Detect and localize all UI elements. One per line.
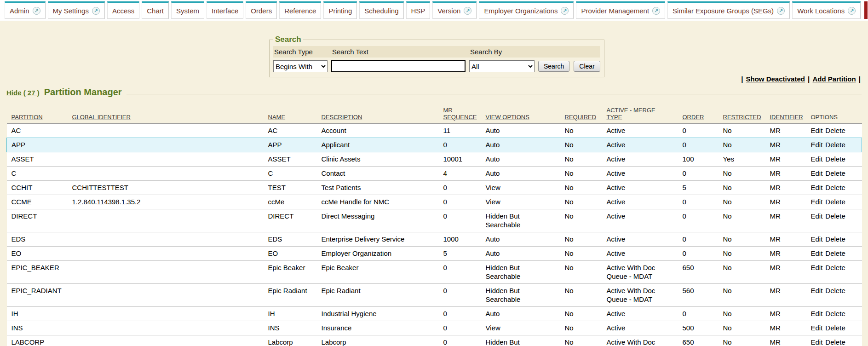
column-header-identifier[interactable]: IDENTIFIER	[765, 103, 806, 123]
delete-link[interactable]: Delete	[825, 310, 845, 317]
open-new-window-icon[interactable]	[464, 7, 471, 15]
nav-tab-hsp[interactable]: HSP	[406, 1, 431, 19]
cell-name: Labcorp	[264, 335, 317, 346]
cell-description: Enterprise Delivery Service	[317, 232, 439, 246]
column-header-restricted[interactable]: RESTRICTED	[719, 103, 765, 123]
delete-link[interactable]: Delete	[825, 235, 845, 243]
cell-options: EditDelete	[806, 306, 862, 321]
table-row-epic-beaker[interactable]: EPIC_BEAKEREpic BeakerEpic Beaker0Hidden…	[7, 260, 862, 283]
table-row-c[interactable]: CCContact4AutoNoActive0NoMREditDelete	[7, 166, 862, 180]
edit-link[interactable]: Edit	[811, 184, 823, 191]
cell-name: EDS	[264, 232, 317, 246]
delete-link[interactable]: Delete	[825, 155, 845, 163]
search-text-input[interactable]	[331, 60, 466, 72]
nav-tab-work-locations[interactable]: Work Locations	[792, 1, 861, 19]
delete-link[interactable]: Delete	[825, 324, 845, 332]
delete-link[interactable]: Delete	[825, 127, 845, 134]
edit-link[interactable]: Edit	[811, 127, 823, 134]
delete-link[interactable]: Delete	[825, 264, 845, 271]
open-new-window-icon[interactable]	[652, 7, 660, 15]
nav-tab-scheduling[interactable]: Scheduling	[359, 1, 403, 19]
delete-link[interactable]: Delete	[825, 338, 845, 346]
edit-link[interactable]: Edit	[811, 310, 823, 317]
search-by-select[interactable]: All	[469, 60, 535, 72]
add-partition-link[interactable]: Add Partition	[812, 75, 856, 83]
edit-link[interactable]: Edit	[811, 141, 823, 149]
cell-order: 0	[678, 166, 719, 180]
table-row-eo[interactable]: EOEOEmployer Organization5AutoNoActive0N…	[7, 246, 862, 260]
cell-partition: IH	[7, 306, 68, 321]
cell-options: EditDelete	[806, 180, 862, 195]
table-row-ccme[interactable]: CCME1.2.840.114398.1.35.2ccMeccMe Handle…	[7, 195, 862, 209]
cell-name: Epic Beaker	[264, 260, 317, 283]
cell-identifier: MR	[765, 321, 806, 335]
table-row-epic-radiant[interactable]: EPIC_RADIANTEpic RadiantEpic Radiant0Hid…	[7, 283, 862, 306]
edit-link[interactable]: Edit	[811, 324, 823, 332]
edit-link[interactable]: Edit	[811, 198, 823, 206]
table-row-asset[interactable]: ASSETASSETClinic Assets10001AutoNoActive…	[7, 152, 862, 166]
edit-link[interactable]: Edit	[811, 212, 823, 220]
nav-tab-orders[interactable]: Orders	[246, 1, 277, 19]
hide-link[interactable]: Hide ( 27 )	[6, 89, 40, 97]
delete-link[interactable]: Delete	[825, 169, 845, 177]
table-row-ins[interactable]: INSINSInsurance0ViewNoActive500NoMREditD…	[7, 321, 862, 335]
open-new-window-icon[interactable]	[33, 7, 40, 15]
nav-tab-version[interactable]: Version	[432, 1, 477, 19]
search-button[interactable]: Search	[538, 61, 569, 72]
nav-tab-label: Printing	[328, 7, 352, 15]
edit-link[interactable]: Edit	[811, 287, 823, 294]
edit-link[interactable]: Edit	[811, 155, 823, 163]
column-header-partition[interactable]: PARTITION	[7, 103, 68, 123]
nav-tab-employer-organizations[interactable]: Employer Organizations	[479, 1, 574, 19]
nav-tab-reference[interactable]: Reference	[279, 1, 321, 19]
cell-description: Insurance	[317, 321, 439, 335]
column-header-mr-sequence[interactable]: MR SEQUENCE	[439, 103, 481, 123]
cell-view-options: Auto	[481, 306, 560, 321]
delete-link[interactable]: Delete	[825, 212, 845, 220]
delete-link[interactable]: Delete	[825, 198, 845, 206]
delete-link[interactable]: Delete	[825, 141, 845, 149]
search-type-select[interactable]: Begins With	[273, 60, 328, 72]
open-new-window-icon[interactable]	[92, 7, 100, 15]
edit-link[interactable]: Edit	[811, 235, 823, 243]
edit-link[interactable]: Edit	[811, 338, 823, 346]
clear-button[interactable]: Clear	[574, 61, 600, 72]
table-row-ac[interactable]: ACACAccount11AutoNoActive0NoMREditDelete	[7, 123, 862, 138]
nav-tab-provider-management[interactable]: Provider Management	[576, 1, 665, 19]
nav-tab-access[interactable]: Access	[107, 1, 139, 19]
column-header-description[interactable]: DESCRIPTION	[317, 103, 439, 123]
nav-tab-my-settings[interactable]: My Settings	[48, 1, 105, 19]
table-row-direct[interactable]: DIRECTDIRECTDirect Messaging0Hidden But …	[7, 209, 862, 232]
open-new-window-icon[interactable]	[777, 7, 785, 15]
cell-partition: CCME	[7, 195, 68, 209]
table-row-labcorp[interactable]: LABCORPLabcorpLabcorp0Hidden But Searcha…	[7, 335, 862, 346]
column-header-required[interactable]: REQUIRED	[560, 103, 602, 123]
column-header-view-options[interactable]: VIEW OPTIONS	[481, 103, 560, 123]
nav-tab-printing[interactable]: Printing	[323, 1, 357, 19]
column-header-global-identifier[interactable]: GLOBAL IDENTIFIER	[68, 103, 264, 123]
nav-tab-admin[interactable]: Admin	[5, 1, 46, 19]
show-deactivated-link[interactable]: Show Deactivated	[746, 75, 805, 83]
column-header-active-merge-type[interactable]: ACTIVE - MERGE TYPE	[602, 103, 678, 123]
table-row-app[interactable]: APPAPPApplicant0AutoNoActive0NoMREditDel…	[7, 138, 862, 152]
edit-link[interactable]: Edit	[811, 249, 823, 257]
nav-tab-chart[interactable]: Chart	[142, 1, 169, 19]
nav-tab-system[interactable]: System	[171, 1, 204, 19]
cell-global-identifier: 1.2.840.114398.1.35.2	[68, 195, 264, 209]
delete-link[interactable]: Delete	[825, 249, 845, 257]
table-row-cchit[interactable]: CCHITCCHITTESTTESTTESTTest Patients0View…	[7, 180, 862, 195]
edit-link[interactable]: Edit	[811, 264, 823, 271]
column-header-order[interactable]: ORDER	[678, 103, 719, 123]
open-new-window-icon[interactable]	[848, 7, 856, 15]
open-new-window-icon[interactable]	[561, 7, 569, 15]
nav-tab-interface[interactable]: Interface	[207, 1, 243, 19]
delete-link[interactable]: Delete	[825, 184, 845, 191]
nav-tab-similar-exposure-groups-segs[interactable]: Similar Exposure Groups (SEGs)	[667, 1, 790, 19]
table-row-ih[interactable]: IHIHIndustrial Hygiene0AutoNoActive0NoMR…	[7, 306, 862, 321]
cell-options: EditDelete	[806, 283, 862, 306]
cell-mr-sequence: 0	[439, 209, 481, 232]
column-header-name[interactable]: NAME	[264, 103, 317, 123]
edit-link[interactable]: Edit	[811, 169, 823, 177]
table-row-eds[interactable]: EDSEDSEnterprise Delivery Service1000Aut…	[7, 232, 862, 246]
delete-link[interactable]: Delete	[825, 287, 845, 294]
